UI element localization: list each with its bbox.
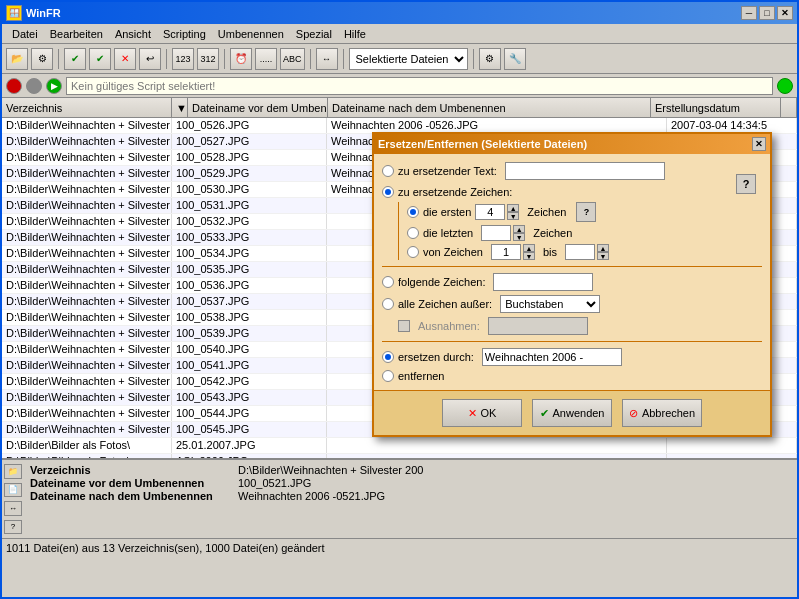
radio-group-text: zu ersetzender Text: [382,162,762,180]
remove-row: entfernen [382,370,762,382]
radio-first-input[interactable] [407,206,419,218]
following-label: folgende Zeichen: [398,276,485,288]
range-label: von Zeichen [423,246,483,258]
radio-chars-row: zu ersetzende Zeichen: [382,186,762,198]
last-spinner-down[interactable]: ▼ [513,233,525,241]
remove-label: entfernen [398,370,444,382]
last-spinner: ▲ ▼ [481,225,525,241]
radio-text-input[interactable] [382,165,394,177]
first-label: die ersten [423,206,471,218]
radio-last-input[interactable] [407,227,419,239]
radio-last-row: die letzten ▲ ▼ Zeichen [407,225,762,241]
allexcept-label: alle Zeichen außer: [398,298,492,310]
range-to-spinner: ▲ ▼ [565,244,609,260]
radio-following-row: folgende Zeichen: [382,273,762,291]
dialog-body: ? zu ersetzender Text: zu ersetzende Zei… [374,154,770,390]
dialog-title-bar: Ersetzen/Entfernen (Selektierte Dateien)… [374,134,770,154]
last-spinner-value[interactable] [481,225,511,241]
exclude-checkbox [398,320,410,332]
range-bis-label: bis [543,246,557,258]
radio-range-row: von Zeichen ▲ ▼ bis ▲ [407,244,762,260]
apply-button[interactable]: ✔ Anwenden [532,399,612,427]
ok-label: OK [481,407,497,419]
exclude-input [488,317,588,335]
last-spinner-buttons: ▲ ▼ [513,225,525,241]
divider-2 [382,341,762,342]
main-window: 🪟 WinFR ─ □ ✕ Datei Bearbeiten Ansicht S… [0,0,799,599]
first-suffix: Zeichen [527,206,566,218]
first-help-button[interactable]: ? [576,202,596,222]
radio-text-row: zu ersetzender Text: [382,162,762,180]
radio-chars-label: zu ersetzende Zeichen: [398,186,512,198]
range-to-buttons: ▲ ▼ [597,244,609,260]
dialog-title-text: Ersetzen/Entfernen (Selektierte Dateien) [378,138,587,150]
range-from-spinner: ▲ ▼ [491,244,535,260]
radio-allexcept-row: alle Zeichen außer: Buchstaben [382,295,762,313]
radio-first-row: die ersten ▲ ▼ Zeichen ? [407,202,762,222]
first-spinner-up[interactable]: ▲ [507,204,519,212]
dialog-footer: ✕ OK ✔ Anwenden ⊘ Abbrechen [374,390,770,435]
radio-allexcept-input[interactable] [382,298,394,310]
cancel-button[interactable]: ⊘ Abbrechen [622,399,702,427]
replace-value-input[interactable] [482,348,622,366]
apply-label: Anwenden [553,407,605,419]
following-input[interactable] [493,273,593,291]
radio-chars-input[interactable] [382,186,394,198]
ok-button[interactable]: ✕ OK [442,399,522,427]
last-suffix: Zeichen [533,227,572,239]
first-spinner-value[interactable] [475,204,505,220]
exclude-label: Ausnahmen: [418,320,480,332]
radio-remove-input[interactable] [382,370,394,382]
replace-by-row: ersetzen durch: [382,348,762,366]
replace-dialog: Ersetzen/Entfernen (Selektierte Dateien)… [372,132,772,437]
radio-range-input[interactable] [407,246,419,258]
range-from-up[interactable]: ▲ [523,244,535,252]
last-label: die letzten [423,227,473,239]
dialog-close-button[interactable]: ✕ [752,137,766,151]
range-from-buttons: ▲ ▼ [523,244,535,260]
last-spinner-up[interactable]: ▲ [513,225,525,233]
radio-text-label: zu ersetzender Text: [398,165,497,177]
cancel-icon: ⊘ [629,407,638,420]
apply-icon: ✔ [540,407,549,420]
help-button[interactable]: ? [736,174,756,194]
range-to-value[interactable] [565,244,595,260]
exclude-row: Ausnahmen: [398,317,762,335]
range-to-down[interactable]: ▼ [597,252,609,260]
replace-label: ersetzen durch: [398,351,474,363]
ok-icon: ✕ [468,407,477,420]
allexcept-dropdown[interactable]: Buchstaben [500,295,600,313]
chars-sub-options: die ersten ▲ ▼ Zeichen ? [398,202,762,260]
dialog-overlay: Ersetzen/Entfernen (Selektierte Dateien)… [2,2,797,597]
divider-1 [382,266,762,267]
first-spinner-down[interactable]: ▼ [507,212,519,220]
radio-replace-input[interactable] [382,351,394,363]
range-from-value[interactable] [491,244,521,260]
first-spinner-buttons: ▲ ▼ [507,204,519,220]
radio-following-input[interactable] [382,276,394,288]
range-to-up[interactable]: ▲ [597,244,609,252]
cancel-label: Abbrechen [642,407,695,419]
first-spinner: ▲ ▼ [475,204,519,220]
text-replace-input[interactable] [505,162,665,180]
range-from-down[interactable]: ▼ [523,252,535,260]
